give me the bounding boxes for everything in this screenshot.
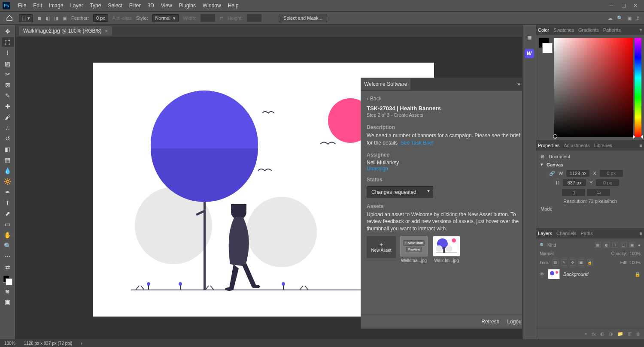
share-icon[interactable]: ⇪: [636, 15, 640, 21]
menu-plugins[interactable]: Plugins: [176, 3, 199, 9]
screen-mode-toggle[interactable]: ▣: [2, 297, 14, 307]
eyedropper-tool[interactable]: ✎: [2, 91, 14, 100]
hue-slider[interactable]: [635, 38, 641, 137]
new-layer-icon[interactable]: ⊞: [628, 331, 632, 337]
tab-adjustments[interactable]: Adjustments: [564, 143, 590, 148]
object-select-tool[interactable]: ▨: [2, 59, 14, 68]
color-swatch[interactable]: [3, 276, 12, 285]
maximize-button[interactable]: ▢: [617, 1, 629, 10]
height-value[interactable]: 837 px: [563, 179, 586, 186]
welcome-plugin-icon[interactable]: W: [525, 49, 534, 58]
menu-type[interactable]: Type: [86, 3, 104, 9]
plugin-collapse-icon[interactable]: » ≡: [517, 81, 522, 87]
hand-tool[interactable]: ✋: [2, 230, 14, 240]
zoom-level[interactable]: 100%: [4, 341, 15, 346]
select-and-mask-button[interactable]: Select and Mask...: [279, 14, 327, 22]
refresh-button[interactable]: Refresh: [481, 319, 499, 325]
layer-row[interactable]: 👁 Background 🔒: [536, 267, 644, 281]
extras-toggle[interactable]: ⋯: [2, 252, 14, 261]
logout-button[interactable]: Logout: [507, 319, 522, 325]
layer-name[interactable]: Background: [563, 272, 589, 277]
color-field[interactable]: [554, 38, 633, 137]
menu-layer[interactable]: Layer: [67, 3, 86, 9]
feather-input[interactable]: 0 px: [93, 14, 108, 22]
move-tool[interactable]: ✥: [2, 27, 14, 36]
tab-properties[interactable]: Properties: [538, 143, 559, 148]
menu-window[interactable]: Window: [199, 3, 225, 9]
mask-icon[interactable]: ◐: [600, 331, 605, 337]
edit-toolbar[interactable]: ⇄: [2, 263, 14, 272]
canvas-area[interactable]: Welcome Software » ≡ ‹Back TSK-27034 | H…: [15, 37, 522, 339]
menu-view[interactable]: View: [158, 3, 176, 9]
tab-color[interactable]: Color: [538, 27, 549, 33]
menu-filter[interactable]: Filter: [126, 3, 144, 9]
tab-libraries[interactable]: Libraries: [594, 143, 612, 148]
selection-mode-new[interactable]: ◼: [37, 15, 41, 21]
fx-icon[interactable]: fx: [592, 332, 596, 337]
heal-tool[interactable]: ✚: [2, 102, 14, 111]
new-asset-button[interactable]: + New Asset: [367, 236, 396, 258]
quick-mask-toggle[interactable]: ◙: [2, 287, 14, 296]
filter-pixel[interactable]: ▦: [595, 242, 601, 248]
panel-menu-icon[interactable]: ≡: [640, 231, 642, 236]
search-icon[interactable]: 🔍: [540, 243, 545, 247]
new-draft-button[interactable]: + New Draft: [403, 240, 425, 246]
lasso-tool[interactable]: ⌇: [2, 48, 14, 57]
stamp-tool[interactable]: ⛬: [2, 123, 14, 133]
see-brief-link[interactable]: See Task Brief: [401, 140, 434, 146]
search-icon[interactable]: 🔍: [617, 15, 623, 21]
tab-layers[interactable]: Layers: [538, 231, 552, 236]
menu-file[interactable]: File: [15, 3, 30, 9]
menu-edit[interactable]: Edit: [30, 3, 46, 9]
chevron-down-icon[interactable]: ▾: [541, 162, 543, 167]
width-value[interactable]: 1128 px: [566, 170, 589, 177]
back-button[interactable]: ‹Back: [367, 96, 522, 102]
menu-image[interactable]: Image: [46, 3, 67, 9]
pen-tool[interactable]: ✒: [2, 187, 14, 197]
minimize-button[interactable]: ─: [605, 1, 617, 10]
plugin-tile-icon[interactable]: ▦: [525, 33, 534, 42]
tab-swatches[interactable]: Swatches: [553, 27, 574, 33]
lock-position[interactable]: ✎: [561, 259, 567, 266]
frame-tool[interactable]: ⊠: [2, 80, 14, 90]
asset-thumbnail[interactable]: [433, 236, 460, 256]
dodge-tool[interactable]: 🔆: [2, 177, 14, 186]
filter-adjust[interactable]: ◐: [604, 242, 610, 248]
orientation-landscape[interactable]: ▭: [587, 189, 610, 196]
style-select[interactable]: Normal ▾: [152, 14, 179, 22]
tab-gradients[interactable]: Gradients: [578, 27, 599, 33]
filter-type[interactable]: T: [612, 242, 618, 248]
link-dims-icon[interactable]: 🔗: [549, 171, 555, 176]
tab-paths[interactable]: Paths: [581, 231, 593, 236]
blur-tool[interactable]: 💧: [2, 166, 14, 175]
delete-icon[interactable]: 🗑: [636, 332, 641, 337]
close-button[interactable]: ✕: [629, 1, 641, 10]
tool-preset[interactable]: ⬚ ▾: [19, 14, 33, 22]
panel-menu-icon[interactable]: ≡: [640, 27, 642, 33]
gradient-tool[interactable]: ▦: [2, 155, 14, 165]
orientation-portrait[interactable]: ▯: [562, 189, 585, 196]
filter-toggle[interactable]: ●: [638, 243, 641, 247]
lock-move[interactable]: ✥: [570, 259, 576, 266]
status-chevron-icon[interactable]: ›: [81, 341, 82, 346]
history-brush-tool[interactable]: ↺: [2, 134, 14, 143]
menu-help[interactable]: Help: [225, 3, 242, 9]
filter-shape[interactable]: ▢: [621, 242, 627, 248]
panel-menu-icon[interactable]: ≡: [640, 143, 642, 148]
shape-tool[interactable]: ▭: [2, 220, 14, 229]
selection-mode-subtract[interactable]: ◨: [54, 15, 58, 21]
preview-button[interactable]: Preview: [406, 247, 422, 252]
lock-pixels[interactable]: ▦: [553, 259, 559, 266]
type-tool[interactable]: T: [2, 198, 14, 208]
home-icon[interactable]: [4, 13, 15, 23]
lock-all[interactable]: 🔒: [587, 259, 593, 266]
lock-artboard[interactable]: ▣: [578, 259, 584, 266]
asset-thumbnail[interactable]: + New Draft Preview: [400, 236, 428, 256]
document-tab[interactable]: WalkImage2.jpg @ 100% (RGB/8) ×: [19, 26, 112, 36]
crop-tool[interactable]: ✂: [2, 69, 14, 79]
selection-mode-add[interactable]: ◧: [46, 15, 50, 21]
zoom-tool[interactable]: 🔍: [2, 241, 14, 250]
workspace-icon[interactable]: ▣: [627, 15, 632, 21]
marquee-tool[interactable]: ⬚: [2, 37, 14, 47]
kind-filter[interactable]: Kind: [547, 243, 556, 247]
